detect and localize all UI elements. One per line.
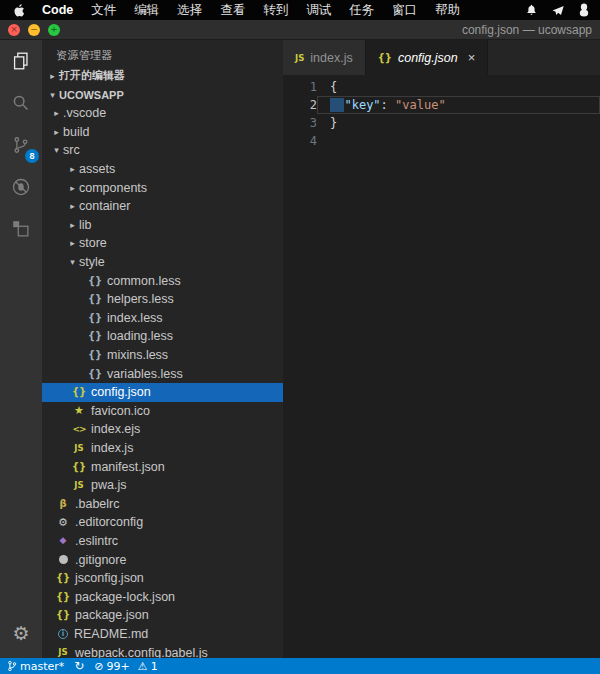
tree-item-build[interactable]: ▸build	[42, 123, 283, 142]
section-label: 打开的编辑器	[59, 68, 125, 83]
extensions-icon[interactable]	[0, 208, 42, 250]
tree-item-editorconfig[interactable]: ⚙.editorconfig	[42, 513, 283, 532]
section-label: UCOWSAPP	[59, 89, 124, 101]
explorer-icon[interactable]	[0, 40, 42, 82]
menu-item-1[interactable]: 文件	[82, 2, 125, 19]
apple-menu-icon[interactable]	[6, 3, 33, 18]
tab-config-json[interactable]: {}config.json×	[366, 40, 489, 75]
code-line-4[interactable]: 4	[283, 132, 600, 150]
tree-item-jsconfig-json[interactable]: {}jsconfig.json	[42, 569, 283, 588]
chevron-down-icon: ▾	[46, 90, 59, 100]
close-window-button[interactable]: ×	[8, 24, 20, 36]
tree-item-label: webpack.config.babel.js	[75, 646, 208, 658]
tree-item-label: container	[79, 199, 130, 213]
tree-item-common-less[interactable]: {}common.less	[42, 271, 283, 290]
tree-item-store[interactable]: ▸store	[42, 234, 283, 253]
source-control-icon[interactable]: 8	[0, 124, 42, 166]
tree-item-container[interactable]: ▸container	[42, 197, 283, 216]
braces-file-icon: {}	[88, 331, 102, 341]
tree-item-label: build	[63, 125, 89, 139]
braces-file-icon: {}	[378, 52, 392, 63]
menu-item-6[interactable]: 调试	[297, 2, 340, 19]
search-icon[interactable]	[0, 82, 42, 124]
tree-item-babelrc[interactable]: β.babelrc	[42, 494, 283, 513]
minimize-window-button[interactable]: −	[28, 24, 40, 36]
activity-bar: 8 ⚙	[0, 40, 42, 658]
tree-item-lib[interactable]: ▸lib	[42, 216, 283, 235]
tree-item-index-js[interactable]: JSindex.js	[42, 439, 283, 458]
tree-item-index-ejs[interactable]: <>index.ejs	[42, 420, 283, 439]
tree-item-config-json[interactable]: {}config.json	[42, 383, 283, 402]
gear-file-icon: ⚙	[56, 517, 70, 528]
tree-item-pwa-js[interactable]: JSpwa.js	[42, 476, 283, 495]
code-text: {	[330, 78, 337, 96]
menu-item-8[interactable]: 窗口	[383, 2, 426, 19]
tree-item-label: lib	[79, 218, 92, 232]
menu-item-3[interactable]: 选择	[168, 2, 211, 19]
tree-item-label: store	[79, 236, 107, 250]
file-tree: ▸.vscode▸build▾src▸assets▸components▸con…	[42, 104, 283, 658]
telegram-icon[interactable]	[551, 4, 565, 17]
menu-item-2[interactable]: 编辑	[125, 2, 168, 19]
babel-file-icon: β	[56, 499, 70, 509]
close-tab-icon[interactable]: ×	[468, 50, 476, 65]
tree-item-src[interactable]: ▾src	[42, 141, 283, 160]
settings-gear-icon[interactable]: ⚙	[0, 612, 42, 654]
sync-icon[interactable]: ↻	[74, 660, 84, 672]
tree-item-components[interactable]: ▸components	[42, 178, 283, 197]
line-number: 3	[283, 114, 330, 132]
tree-item-label: .editorconfig	[75, 515, 143, 529]
tree-item-mixins-less[interactable]: {}mixins.less	[42, 346, 283, 365]
explorer-sidebar: 资源管理器 ▸ 打开的编辑器 ▾ UCOWSAPP ▸.vscode▸build…	[42, 40, 283, 658]
tree-item-label: .babelrc	[75, 497, 119, 511]
braces-file-icon: {}	[56, 573, 70, 583]
js-file-icon: JS	[72, 444, 86, 453]
code-line-2[interactable]: 2 "key": "value"	[283, 96, 600, 114]
code-line-1[interactable]: 1{	[283, 78, 600, 96]
tree-item-gitignore[interactable]: .gitignore	[42, 550, 283, 569]
notification-bell-icon[interactable]	[525, 3, 538, 17]
tree-item-helpers-less[interactable]: {}helpers.less	[42, 290, 283, 309]
tree-item-assets[interactable]: ▸assets	[42, 160, 283, 179]
line-number: 1	[283, 78, 330, 96]
tree-item-favicon-ico[interactable]: ★favicon.ico	[42, 402, 283, 421]
open-editors-section[interactable]: ▸ 打开的编辑器	[42, 66, 283, 85]
debug-icon[interactable]	[0, 166, 42, 208]
tree-item-package-lock-json[interactable]: {}package-lock.json	[42, 587, 283, 606]
tree-item-label: package-lock.json	[75, 590, 175, 604]
tree-item-package-json[interactable]: {}package.json	[42, 606, 283, 625]
tree-item-eslintrc[interactable]: ◆.eslintrc	[42, 532, 283, 551]
git-branch-indicator[interactable]: master*	[7, 660, 64, 673]
problems-indicator[interactable]: ⊘ 99+ ⚠ 1	[94, 660, 157, 673]
tab-index-js[interactable]: JSindex.js	[283, 40, 366, 75]
tree-item-variables-less[interactable]: {}variables.less	[42, 364, 283, 383]
menu-item-5[interactable]: 转到	[254, 2, 297, 19]
line-number: 4	[283, 132, 330, 150]
project-root-section[interactable]: ▾ UCOWSAPP	[42, 85, 283, 104]
tree-item-manifest-json[interactable]: {}manifest.json	[42, 457, 283, 476]
tree-item-vscode[interactable]: ▸.vscode	[42, 104, 283, 123]
chevron-down-icon: ▾	[50, 145, 63, 155]
chevron-right-icon: ▸	[66, 164, 79, 174]
tree-item-label: .eslintrc	[75, 534, 118, 548]
tree-item-webpack-config-babel-js[interactable]: JSwebpack.config.babel.js	[42, 643, 283, 658]
menu-item-4[interactable]: 查看	[211, 2, 254, 19]
qq-icon[interactable]	[578, 3, 590, 17]
tree-item-loading-less[interactable]: {}loading.less	[42, 327, 283, 346]
tree-item-index-less[interactable]: {}index.less	[42, 309, 283, 328]
app-menu-code[interactable]: Code	[33, 3, 82, 17]
braces-file-icon: {}	[72, 387, 86, 397]
menu-item-7[interactable]: 任务	[340, 2, 383, 19]
tree-item-style[interactable]: ▾style	[42, 253, 283, 272]
code-line-3[interactable]: 3}	[283, 114, 600, 132]
menu-items: 文件编辑选择查看转到调试任务窗口帮助	[82, 2, 469, 19]
zoom-window-button[interactable]: +	[48, 24, 60, 36]
tree-item-label: style	[79, 255, 105, 269]
code-editor[interactable]: 1{2 "key": "value"3}4	[283, 75, 600, 150]
tree-item-readme-md[interactable]: iREADME.md	[42, 625, 283, 644]
menu-item-9[interactable]: 帮助	[426, 2, 469, 19]
tree-item-label: helpers.less	[107, 292, 174, 306]
braces-file-icon: {}	[72, 462, 86, 472]
warning-icon: ⚠	[138, 660, 148, 673]
tree-item-label: loading.less	[107, 329, 173, 343]
